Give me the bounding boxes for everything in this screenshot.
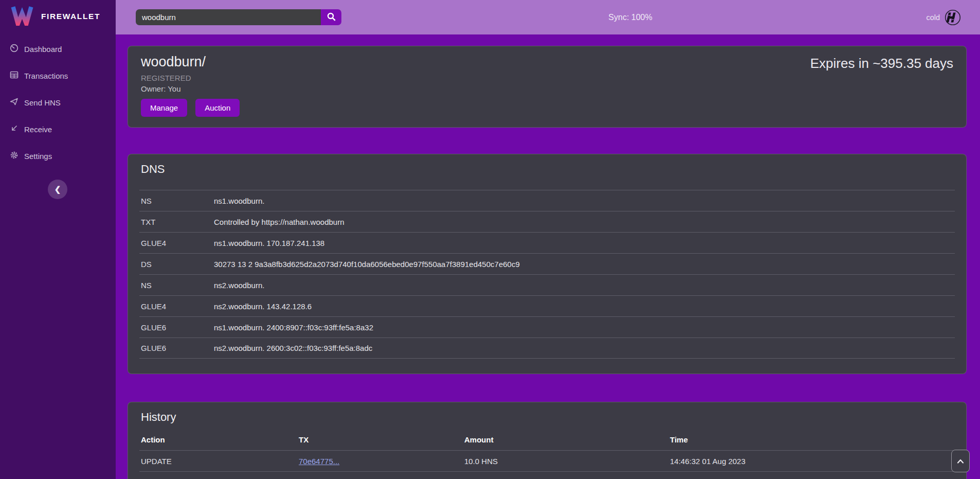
firewallet-logo-icon <box>10 5 34 28</box>
handshake-logo-icon[interactable] <box>945 9 961 26</box>
dns-record-value: ns1.woodburn. 2400:8907::f03c:93ff:fe5a:… <box>214 323 373 332</box>
dns-record-row: TXT Controlled by https://nathan.woodbur… <box>139 211 955 232</box>
dns-record-type: DS <box>139 260 214 269</box>
history-row: UPDATE 70e64775... 10.0 HNS 14:46:32 01 … <box>139 450 955 471</box>
sidebar-item-dashboard[interactable]: Dashboard <box>0 36 116 62</box>
send-icon <box>10 97 19 108</box>
search-button[interactable] <box>321 9 341 25</box>
history-header-row: Action TX Amount Time <box>139 429 955 450</box>
dns-record-type: GLUE4 <box>139 239 214 247</box>
dns-record-type: GLUE6 <box>139 344 214 352</box>
history-header-action: Action <box>139 435 299 444</box>
domain-status: REGISTERED <box>141 74 966 82</box>
dns-record-value: Controlled by https://nathan.woodburn <box>214 218 344 226</box>
sidebar-item-send-hns[interactable]: Send HNS <box>0 89 116 116</box>
history-card-title: History <box>141 411 966 424</box>
settings-gear-icon <box>10 151 19 161</box>
sidebar-item-label: Settings <box>24 152 52 161</box>
dns-record-row: NS ns1.woodburn. <box>139 190 955 211</box>
brand-name: FIREWALLET <box>41 12 100 21</box>
dns-card: DNS NS ns1.woodburn. TXT Controlled by h… <box>128 154 967 374</box>
dns-table: NS ns1.woodburn. TXT Controlled by https… <box>139 190 955 359</box>
dns-record-type: TXT <box>139 218 214 226</box>
receive-icon <box>10 124 19 134</box>
auction-button[interactable]: Auction <box>195 99 240 117</box>
dns-record-value: ns2.woodburn. 143.42.128.6 <box>214 302 312 311</box>
sidebar-item-settings[interactable]: Settings <box>0 143 116 169</box>
brand: FIREWALLET <box>10 5 100 28</box>
dns-record-type: GLUE6 <box>139 323 214 332</box>
dns-record-value: ns1.woodburn. <box>214 197 264 205</box>
dns-record-value: ns2.woodburn. 2600:3c02::f03c:93ff:fe5a:… <box>214 344 372 352</box>
dns-record-row: GLUE4 ns2.woodburn. 143.42.128.6 <box>139 295 955 316</box>
domain-owner: Owner: You <box>141 84 966 93</box>
dns-record-row: NS ns2.woodburn. <box>139 274 955 295</box>
dns-record-row: GLUE4 ns1.woodburn. 170.187.241.138 <box>139 232 955 253</box>
main-content: woodburn/ REGISTERED Owner: You Manage A… <box>116 34 980 479</box>
dns-record-value: 30273 13 2 9a3a8fb3d625d2a2073d740f10da6… <box>214 260 520 269</box>
history-table: Action TX Amount Time UPDATE 70e64775...… <box>139 429 955 479</box>
collapse-chevron-left-icon: ❮ <box>55 185 61 193</box>
manage-button[interactable]: Manage <box>141 99 187 117</box>
scroll-to-top-button[interactable] <box>951 450 970 472</box>
dns-record-row: DS 30273 13 2 9a3a8fb3d625d2a2073d740f10… <box>139 253 955 274</box>
wallet-name-label: cold <box>926 13 940 22</box>
search-input[interactable] <box>136 9 321 25</box>
sidebar-collapse-button[interactable]: ❮ <box>48 180 67 199</box>
history-header-tx: TX <box>299 435 464 444</box>
sidebar-item-label: Transactions <box>24 72 68 80</box>
sidebar-item-transactions[interactable]: Transactions <box>0 62 116 89</box>
dns-record-type: GLUE4 <box>139 302 214 311</box>
domain-card: woodburn/ REGISTERED Owner: You Manage A… <box>128 46 967 128</box>
sidebar-item-receive[interactable]: Receive <box>0 116 116 143</box>
search-group <box>136 9 341 25</box>
history-action: UPDATE <box>139 457 299 466</box>
sidebar-nav: Dashboard Transactions Send HNS Receive <box>0 36 116 169</box>
history-row: RENEW d73e5c4... 10.0 HNS 15:47:30 07 Fe… <box>139 471 955 479</box>
transactions-table-icon <box>10 70 19 81</box>
sidebar-item-label: Receive <box>24 125 52 134</box>
dns-record-type: NS <box>139 281 214 290</box>
history-header-amount: Amount <box>464 435 670 444</box>
scroll-top-chevron-icon <box>957 456 964 466</box>
wallet-zone: cold <box>926 0 980 34</box>
search-icon <box>327 12 336 23</box>
sidebar-item-label: Dashboard <box>24 45 62 54</box>
dns-record-type: NS <box>139 197 214 205</box>
history-header-time: Time <box>670 435 955 444</box>
dns-record-value: ns2.woodburn. <box>214 281 264 290</box>
history-card: History Action TX Amount Time UPDATE 70e… <box>128 402 967 479</box>
tx-link[interactable]: 70e64775... <box>299 457 339 466</box>
sync-status: Sync: 100% <box>608 0 652 34</box>
sidebar-item-label: Send HNS <box>24 98 61 107</box>
dns-record-value: ns1.woodburn. 170.187.241.138 <box>214 239 324 247</box>
expires-text: Expires in ~395.35 days <box>810 56 953 72</box>
topbar: Sync: 100% cold <box>116 0 980 34</box>
history-time: 14:46:32 01 Aug 2023 <box>670 457 955 466</box>
sidebar: FIREWALLET Dashboard Transactions Send H… <box>0 0 116 479</box>
dns-record-row: GLUE6 ns2.woodburn. 2600:3c02::f03c:93ff… <box>139 338 955 359</box>
dns-card-title: DNS <box>141 163 966 176</box>
app-window: FIREWALLET Dashboard Transactions Send H… <box>0 0 980 479</box>
dns-record-row: GLUE6 ns1.woodburn. 2400:8907::f03c:93ff… <box>139 316 955 338</box>
history-amount: 10.0 HNS <box>464 457 670 466</box>
dashboard-gauge-icon <box>10 44 19 54</box>
